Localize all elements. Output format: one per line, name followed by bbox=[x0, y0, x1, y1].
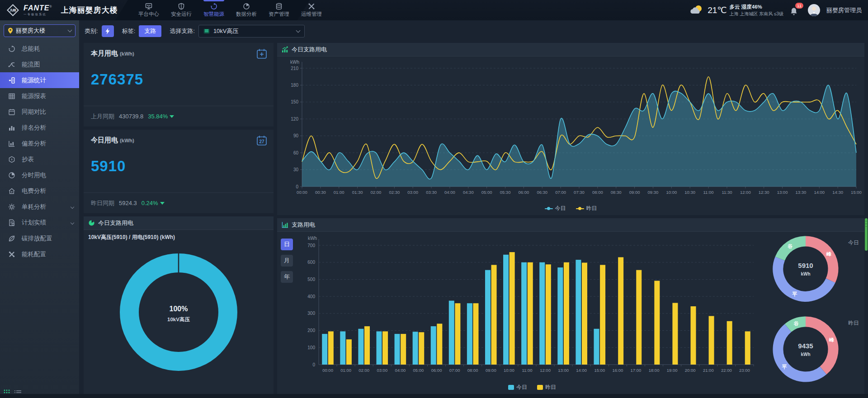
branch-tag-button[interactable]: 支路 bbox=[139, 25, 161, 37]
sidebar-item-time-of-use[interactable]: 分时用电 bbox=[0, 167, 79, 183]
svg-text:180: 180 bbox=[291, 83, 298, 88]
nav-ops-management[interactable]: 运维管理 bbox=[298, 0, 325, 20]
svg-text:03:00: 03:00 bbox=[377, 368, 387, 373]
svg-text:12:00: 12:00 bbox=[740, 190, 751, 195]
electricity-category-button[interactable] bbox=[102, 25, 114, 37]
svg-text:07:00: 07:00 bbox=[555, 190, 566, 195]
period-buttons: 日 月 年 bbox=[281, 239, 293, 283]
svg-text:04:00: 04:00 bbox=[395, 368, 406, 373]
sidebar-item-carbon-config[interactable]: 碳排放配置 bbox=[0, 230, 79, 246]
line-marker-icon bbox=[576, 207, 584, 211]
line-chart-legend: 今日 昨日 bbox=[277, 205, 864, 212]
tou-yesterday-donut-chart: 峰平谷9435kWh bbox=[770, 314, 841, 384]
avatar[interactable] bbox=[808, 4, 820, 16]
nav-asset-management[interactable]: 资产管理 bbox=[266, 0, 292, 20]
bar-chart-legend: 今日 昨日 bbox=[297, 384, 767, 391]
building-select[interactable]: 丽婴房大楼 bbox=[4, 24, 75, 37]
svg-text:09:00: 09:00 bbox=[486, 368, 496, 373]
legend-today[interactable]: 今日 bbox=[508, 384, 527, 391]
weather-condition: 多云 湿度46% bbox=[730, 4, 783, 11]
chevron-down-icon bbox=[71, 220, 74, 224]
calendar-plus-icon[interactable] bbox=[256, 48, 267, 59]
sidebar-item-energy-flow[interactable]: 能流图 bbox=[0, 56, 79, 72]
top-header: 凡特 FANTE® 一专极致系统 上海丽婴房大楼 平台中心 安全运行 智慧能源 bbox=[0, 0, 868, 20]
svg-text:08:00: 08:00 bbox=[592, 190, 603, 195]
svg-text:01:00: 01:00 bbox=[334, 190, 344, 195]
sidebar-item-meter-reading[interactable]: 抄表 bbox=[0, 151, 79, 167]
sidebar-item-plan-actual[interactable]: 计划实绩 bbox=[0, 215, 79, 230]
ranking-bars-icon bbox=[8, 124, 15, 131]
sidebar-item-deviation[interactable]: 偏差分析 bbox=[0, 136, 79, 151]
svg-text:05:30: 05:30 bbox=[500, 190, 511, 195]
svg-text:0: 0 bbox=[312, 362, 315, 367]
svg-text:600: 600 bbox=[307, 260, 315, 265]
year-button[interactable]: 年 bbox=[281, 271, 293, 283]
sidebar-item-energy-config[interactable]: 能耗配置 bbox=[0, 246, 79, 262]
sidebar-item-energy-report[interactable]: 能源报表 bbox=[0, 88, 79, 104]
logo-tagline: 一专极致系统 bbox=[24, 13, 52, 16]
day-button[interactable]: 日 bbox=[281, 239, 293, 250]
today-usage-value: 5910 bbox=[91, 158, 126, 175]
svg-text:15:00: 15:00 bbox=[594, 368, 605, 373]
bell-icon bbox=[790, 7, 798, 16]
month-button[interactable]: 月 bbox=[281, 255, 293, 267]
platform-icon bbox=[145, 3, 152, 10]
pie-analysis-icon bbox=[243, 3, 250, 10]
svg-text:03:30: 03:30 bbox=[426, 190, 437, 195]
down-triangle-icon bbox=[170, 115, 174, 118]
tou-today-block: 峰平谷5910kWh 今日 bbox=[763, 232, 863, 309]
temperature: 21℃ bbox=[708, 5, 726, 15]
nav-safe-operation[interactable]: 安全运行 bbox=[168, 0, 194, 20]
legend-yesterday[interactable]: 昨日 bbox=[576, 205, 597, 212]
sidebar-item-energy-statistics[interactable]: 能源统计 bbox=[0, 72, 79, 88]
document-clock-icon bbox=[8, 219, 15, 226]
svg-text:03:00: 03:00 bbox=[407, 190, 418, 195]
svg-text:100%: 100% bbox=[170, 305, 188, 313]
pie-time-icon bbox=[8, 172, 15, 179]
today-usage-card: 今日用电(kWh) 27 5910 昨日同期 5924.3 0.24% bbox=[84, 130, 274, 213]
bar-chart-icon bbox=[282, 221, 288, 228]
svg-text:06:00: 06:00 bbox=[519, 190, 529, 195]
svg-text:峰: 峰 bbox=[829, 337, 835, 342]
person-icon bbox=[808, 4, 820, 16]
branch-select[interactable]: 10kV高压 bbox=[198, 25, 305, 37]
crossed-wrenches-icon bbox=[8, 251, 15, 258]
month-compare-percent: 35.84% bbox=[148, 113, 174, 120]
legend-yesterday[interactable]: 昨日 bbox=[537, 384, 556, 391]
svg-text:kWh: kWh bbox=[801, 352, 810, 357]
weather-location: 上海 上海城区 东南风 ≤3级 bbox=[730, 11, 783, 17]
logo-name: FANTE bbox=[24, 4, 49, 12]
tools-icon bbox=[308, 3, 315, 10]
svg-text:平: 平 bbox=[792, 291, 797, 297]
sidebar-item-total-energy[interactable]: 总能耗 bbox=[0, 41, 79, 56]
nav-data-analysis[interactable]: 数据分析 bbox=[233, 0, 259, 20]
location-pin-icon bbox=[8, 28, 13, 34]
chevron-down-icon bbox=[296, 28, 300, 33]
nav-smart-energy[interactable]: 智慧能源 bbox=[201, 0, 227, 20]
notifications-button[interactable]: 11 bbox=[790, 4, 802, 17]
svg-text:kWh: kWh bbox=[801, 272, 810, 276]
branch-donut-subtitle: 10kV高压(5910) / 用电(5910) (kWh) bbox=[88, 234, 175, 241]
sidebar-item-period-compare[interactable]: 同期对比 bbox=[0, 104, 79, 120]
svg-text:01:00: 01:00 bbox=[340, 368, 351, 373]
svg-text:23:00: 23:00 bbox=[739, 368, 750, 373]
calendar-27-icon[interactable]: 27 bbox=[256, 135, 267, 146]
svg-text:14:00: 14:00 bbox=[576, 368, 587, 373]
today-branch-line-chart: kWh030609012015018021000:0000:3001:0001:… bbox=[277, 56, 864, 202]
building-select-value: 丽婴房大楼 bbox=[16, 27, 68, 35]
sidebar-item-ranking[interactable]: 排名分析 bbox=[0, 120, 79, 136]
svg-text:0: 0 bbox=[296, 184, 298, 189]
sidebar: 丽婴房大楼 总能耗 能流图 能源统计 能源报表 同期对比 bbox=[0, 20, 79, 398]
svg-text:10:00: 10:00 bbox=[666, 190, 677, 195]
svg-text:120: 120 bbox=[291, 117, 298, 122]
username[interactable]: 丽婴房管理员 bbox=[826, 6, 862, 14]
svg-text:18:00: 18:00 bbox=[649, 368, 660, 373]
trend-chart-icon bbox=[282, 46, 288, 53]
sidebar-item-unit-consumption[interactable]: 单耗分析 bbox=[0, 199, 79, 215]
legend-today[interactable]: 今日 bbox=[545, 205, 566, 212]
tag-label: 标签: bbox=[122, 27, 136, 35]
scrollbar-thumb[interactable] bbox=[865, 218, 868, 251]
sidebar-item-cost-analysis[interactable]: 电费分析 bbox=[0, 183, 79, 199]
branch-select-value: 10kV高压 bbox=[213, 27, 297, 35]
nav-platform-center[interactable]: 平台中心 bbox=[136, 0, 162, 20]
